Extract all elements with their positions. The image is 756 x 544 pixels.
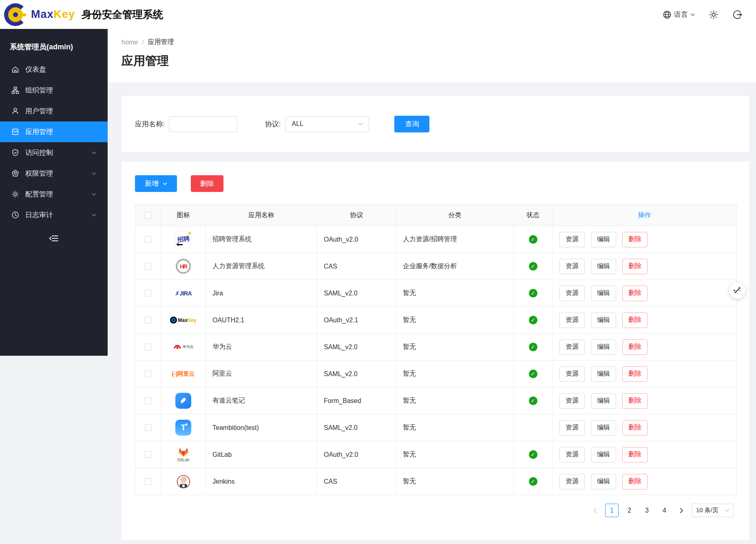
- teambition-app-logo-icon: T: [161, 420, 206, 436]
- edit-button[interactable]: 编辑: [591, 393, 616, 409]
- sidebar-item-apps[interactable]: 应用管理: [0, 121, 108, 142]
- resource-button[interactable]: 资源: [559, 313, 585, 328]
- chevron-down-icon: [92, 172, 96, 175]
- edit-button[interactable]: 编辑: [591, 366, 616, 382]
- row-checkbox[interactable]: [145, 451, 152, 458]
- app-icon-cell: [161, 468, 206, 495]
- settings-button[interactable]: [709, 10, 718, 20]
- app-status-cell: [514, 414, 553, 441]
- logout-button[interactable]: [732, 10, 742, 20]
- delete-row-button[interactable]: 删除: [622, 447, 648, 463]
- resource-button[interactable]: 资源: [559, 393, 585, 409]
- resource-button[interactable]: 资源: [559, 447, 585, 463]
- row-checkbox[interactable]: [145, 478, 152, 485]
- sidebar-item-access-control[interactable]: 访问控制: [0, 142, 108, 163]
- delete-row-button[interactable]: 删除: [622, 339, 648, 355]
- jira-app-logo-icon: ✗JIRA: [161, 290, 206, 297]
- row-checkbox[interactable]: [145, 263, 152, 270]
- row-checkbox-cell: [135, 280, 161, 306]
- app-name: 招聘管理系统: [206, 226, 317, 253]
- delete-row-button[interactable]: 删除: [622, 232, 648, 247]
- sidebar-item-org[interactable]: 组织管理: [0, 80, 108, 101]
- app-name-input[interactable]: [169, 116, 237, 132]
- prev-page-button[interactable]: [589, 504, 601, 517]
- resource-button[interactable]: 资源: [559, 259, 585, 274]
- language-switcher[interactable]: 语言: [663, 10, 695, 19]
- row-checkbox-cell: [135, 388, 161, 414]
- app-protocol: OAuth_v2.0: [317, 226, 396, 253]
- delete-row-button[interactable]: 删除: [622, 259, 648, 274]
- page-button-1[interactable]: 1: [605, 504, 619, 517]
- chevron-down-icon: [690, 13, 695, 16]
- row-checkbox[interactable]: [145, 344, 152, 350]
- delete-row-button[interactable]: 删除: [622, 313, 648, 328]
- resource-button[interactable]: 资源: [559, 420, 585, 436]
- delete-button[interactable]: 删除: [191, 175, 223, 192]
- page-title: 应用管理: [122, 53, 756, 69]
- resource-button[interactable]: 资源: [559, 232, 585, 247]
- edit-button[interactable]: 编辑: [591, 339, 616, 355]
- delete-row-button[interactable]: 删除: [622, 420, 648, 436]
- page-size-select[interactable]: 10 条/页: [692, 504, 734, 517]
- select-all-checkbox[interactable]: [145, 212, 152, 219]
- delete-row-button[interactable]: 删除: [622, 366, 648, 382]
- row-checkbox-cell: [135, 414, 161, 441]
- chevron-down-icon: [92, 151, 96, 154]
- sidebar-item-dashboard[interactable]: 仪表盘: [0, 59, 108, 80]
- sidebar-item-configuration[interactable]: 配置管理: [0, 184, 108, 205]
- row-checkbox[interactable]: [145, 397, 152, 404]
- resource-button[interactable]: 资源: [559, 366, 585, 382]
- page-button-2[interactable]: 2: [623, 504, 636, 517]
- edit-button[interactable]: 编辑: [591, 232, 616, 247]
- table-header-row: 图标 应用名称 协议 分类 状态 操作: [135, 205, 736, 226]
- delete-row-button[interactable]: 删除: [622, 393, 648, 409]
- sidebar-item-label: 组织管理: [25, 86, 53, 95]
- edit-button[interactable]: 编辑: [591, 474, 616, 489]
- sidebar-collapse-button[interactable]: [0, 234, 108, 242]
- row-checkbox[interactable]: [145, 290, 152, 297]
- add-button[interactable]: 新增: [135, 175, 177, 192]
- row-actions-cell: 资源 编辑 删除: [553, 307, 736, 333]
- app-category: 暂无: [396, 468, 514, 495]
- table-row: (-)阿里云 阿里云 SAML_v2.0 暂无 ✓ 资源 编辑 删除: [135, 361, 736, 388]
- huawei-app-logo-icon: 华为云: [161, 344, 206, 350]
- brand-max: Max: [31, 8, 54, 20]
- edit-button[interactable]: 编辑: [591, 259, 616, 274]
- edit-button[interactable]: 编辑: [591, 447, 616, 463]
- sidebar-item-audit[interactable]: 日志审计: [0, 205, 108, 225]
- search-button[interactable]: 查询: [394, 116, 429, 132]
- brand-key: Key: [54, 8, 75, 20]
- chevron-down-icon: [725, 509, 729, 512]
- maxkey-app-logo-icon: MaxKey: [161, 317, 206, 324]
- app-category: 企业服务/数据分析: [396, 253, 514, 280]
- delete-row-button[interactable]: 删除: [622, 474, 648, 489]
- row-actions-cell: 资源 编辑 删除: [553, 361, 736, 387]
- protocol-select[interactable]: ALL: [285, 116, 369, 132]
- sidebar-item-permissions[interactable]: 权限管理: [0, 163, 108, 184]
- zhaopin-app-logo-icon: 招聘: [161, 231, 206, 248]
- app-status-cell: ✓: [514, 441, 553, 468]
- row-checkbox[interactable]: [145, 424, 152, 431]
- app-icon-cell: HR: [161, 253, 206, 280]
- delete-row-button[interactable]: 删除: [622, 286, 648, 301]
- row-checkbox[interactable]: [145, 370, 152, 377]
- breadcrumb-home-link[interactable]: home: [122, 39, 138, 46]
- page-button-4[interactable]: 4: [658, 504, 671, 517]
- resource-button[interactable]: 资源: [559, 339, 585, 355]
- page-button-3[interactable]: 3: [640, 504, 654, 517]
- edit-button[interactable]: 编辑: [591, 313, 616, 328]
- edit-button[interactable]: 编辑: [591, 420, 616, 436]
- resource-button[interactable]: 资源: [559, 286, 585, 301]
- status-ok-icon: ✓: [529, 235, 537, 244]
- row-checkbox[interactable]: [145, 236, 152, 243]
- sidebar-item-users[interactable]: 用户管理: [0, 101, 108, 121]
- app-management-icon: [11, 128, 19, 136]
- theme-wand-button[interactable]: [729, 282, 745, 299]
- resource-button[interactable]: 资源: [559, 474, 585, 489]
- edit-button[interactable]: 编辑: [591, 286, 616, 301]
- app-protocol: CAS: [317, 468, 396, 495]
- next-page-button[interactable]: [675, 504, 687, 517]
- row-checkbox[interactable]: [145, 317, 152, 324]
- app-icon-cell: [161, 388, 206, 414]
- table-row: Jenkins CAS 暂无 ✓ 资源 编辑 删除: [135, 468, 736, 495]
